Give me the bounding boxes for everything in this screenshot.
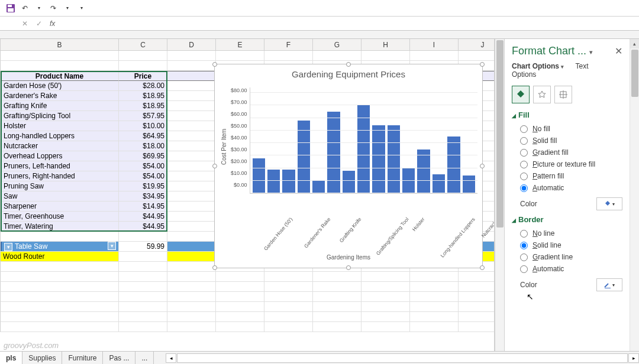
fx-label[interactable]: fx — [50, 20, 55, 28]
cell[interactable] — [313, 51, 362, 60]
cell[interactable] — [167, 171, 216, 181]
filter-button[interactable]: ▾ — [4, 243, 12, 251]
cell[interactable] — [264, 312, 313, 321]
cell[interactable] — [167, 312, 216, 321]
cell[interactable] — [313, 282, 362, 291]
cell[interactable] — [410, 322, 459, 332]
enter-formula-button[interactable]: ✓ — [34, 20, 44, 28]
scrollbar-track[interactable] — [177, 353, 628, 363]
fill-option[interactable]: Picture or texture fill — [520, 158, 622, 170]
cell[interactable] — [1, 292, 119, 301]
cell[interactable] — [264, 272, 313, 281]
cell[interactable]: $64.95 — [119, 131, 167, 141]
border-option[interactable]: Gradient line — [520, 251, 622, 263]
cell[interactable] — [1, 282, 119, 291]
column-headers[interactable]: BCDEFGHIJK — [0, 39, 494, 51]
cell[interactable] — [216, 322, 264, 332]
cell[interactable] — [362, 51, 410, 60]
cell[interactable] — [167, 322, 216, 332]
cell[interactable] — [167, 121, 216, 131]
cell[interactable]: Nutcracker — [1, 141, 119, 151]
fill-option[interactable]: Automatic — [520, 182, 622, 194]
cell[interactable] — [167, 131, 216, 141]
cell[interactable] — [362, 292, 410, 301]
border-option[interactable]: Solid line — [520, 239, 622, 251]
cell[interactable] — [313, 322, 362, 332]
cell[interactable]: $54.00 — [119, 171, 167, 181]
effects-icon[interactable] — [533, 86, 551, 103]
cell[interactable]: $57.95 — [119, 111, 167, 121]
cell[interactable] — [119, 322, 167, 332]
border-option[interactable]: Automatic — [520, 263, 622, 275]
cell[interactable] — [410, 282, 459, 291]
cell[interactable] — [167, 242, 216, 251]
chart-title[interactable]: Gardening Equipment Prices — [215, 64, 482, 82]
cell[interactable]: Grafting Knife — [1, 101, 119, 110]
cell[interactable] — [119, 61, 167, 70]
cell[interactable]: 59.99 — [119, 242, 167, 251]
chart-options-tab[interactable]: Chart Options ▾ — [512, 62, 564, 70]
cell[interactable] — [1, 51, 119, 60]
cell[interactable] — [119, 312, 167, 321]
cell[interactable] — [459, 312, 495, 321]
cell[interactable]: $28.00 — [119, 81, 167, 90]
qat-customize[interactable]: ▾ — [75, 2, 89, 15]
chart-bar[interactable] — [327, 112, 340, 193]
cell[interactable] — [459, 302, 495, 311]
cell[interactable]: Pruners, Left-handed — [1, 161, 119, 171]
cell[interactable] — [167, 161, 216, 171]
cell[interactable] — [167, 302, 216, 311]
cell[interactable] — [167, 111, 216, 121]
cell[interactable] — [313, 302, 362, 311]
cell[interactable] — [313, 312, 362, 321]
chart-bar[interactable] — [343, 171, 355, 193]
cell[interactable]: $34.95 — [119, 191, 167, 201]
chart-bar[interactable] — [447, 136, 460, 193]
cell[interactable] — [167, 272, 216, 281]
chart-bar[interactable] — [417, 150, 430, 193]
chart-bar[interactable] — [402, 168, 415, 193]
cell[interactable]: Holster — [1, 121, 119, 131]
cell[interactable] — [167, 71, 216, 81]
cell[interactable] — [459, 292, 495, 301]
column-header[interactable]: B — [1, 39, 119, 50]
cell[interactable] — [264, 51, 313, 60]
cell[interactable] — [119, 272, 167, 281]
cell[interactable] — [167, 151, 216, 161]
cell[interactable] — [216, 292, 264, 301]
chart-bar[interactable] — [253, 158, 265, 194]
cell[interactable] — [264, 322, 313, 332]
fill-option[interactable]: Solid fill — [520, 135, 622, 147]
cell[interactable] — [167, 202, 216, 211]
fill-option[interactable]: Pattern fill — [520, 170, 622, 182]
spreadsheet[interactable]: BCDEFGHIJK Product NamePriceGarden Hose … — [0, 39, 495, 351]
cell[interactable]: Overhead Loppers — [1, 151, 119, 161]
cell[interactable] — [459, 322, 495, 332]
chart-plot-area[interactable] — [250, 87, 477, 194]
column-header[interactable]: G — [313, 39, 362, 50]
fill-line-icon[interactable] — [512, 86, 530, 103]
cell[interactable]: $18.00 — [119, 141, 167, 151]
sheet-tab[interactable]: pls — [0, 352, 22, 365]
redo-button[interactable]: ↷ — [46, 2, 60, 15]
cell[interactable]: Timer, Greenhouse — [1, 212, 119, 221]
chart-handle[interactable] — [212, 265, 217, 270]
cell[interactable]: $44.95 — [119, 212, 167, 221]
scroll-right-button[interactable]: ▸ — [628, 353, 639, 363]
sheet-vertical-scrollbar[interactable] — [495, 39, 504, 351]
cell[interactable]: $14.95 — [119, 202, 167, 211]
cell[interactable] — [1, 322, 119, 332]
scrollbar-thumb[interactable] — [496, 40, 504, 228]
cell[interactable]: $19.95 — [119, 181, 167, 191]
cell[interactable] — [167, 191, 216, 201]
cell[interactable] — [264, 292, 313, 301]
cell[interactable] — [119, 51, 167, 60]
save-button[interactable] — [4, 2, 18, 15]
cell[interactable]: Pruners, Right-handed — [1, 171, 119, 181]
cell[interactable]: $10.00 — [119, 121, 167, 131]
cell[interactable]: $18.95 — [119, 91, 167, 100]
cell[interactable] — [167, 91, 216, 100]
cell[interactable] — [167, 232, 216, 241]
filter-button[interactable]: ▾ — [108, 242, 116, 250]
cell[interactable] — [167, 282, 216, 291]
